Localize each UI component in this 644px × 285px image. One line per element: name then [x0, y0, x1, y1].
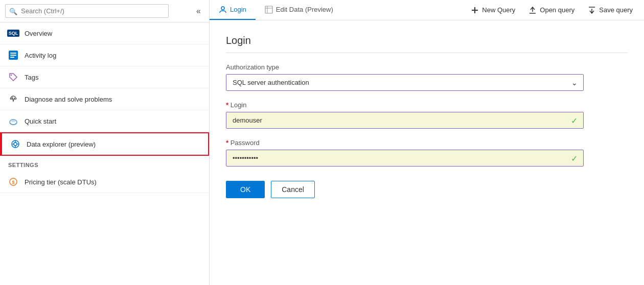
diagnose-icon	[8, 94, 18, 104]
open-query-button[interactable]: Open query	[522, 2, 581, 18]
overview-icon: SQL	[8, 28, 18, 38]
new-query-button[interactable]: New Query	[465, 2, 521, 18]
login-group: Login ✓	[226, 101, 628, 129]
save-query-label: Save query	[599, 6, 633, 14]
search-wrapper: 🔍	[5, 4, 189, 18]
password-label: Password	[226, 139, 628, 147]
cancel-button[interactable]: Cancel	[271, 181, 315, 198]
password-group: Password ✓	[226, 139, 628, 167]
sidebar-nav: SQL Overview Activity log	[0, 22, 209, 285]
login-input-wrapper: ✓	[226, 112, 584, 129]
settings-section-label: SETTINGS	[0, 156, 209, 171]
open-query-icon	[528, 6, 537, 14]
password-input-wrapper: ✓	[226, 150, 584, 167]
search-icon: 🔍	[9, 7, 17, 15]
svg-point-7	[14, 142, 17, 146]
sidebar-item-label: Tags	[25, 74, 38, 81]
svg-rect-15	[265, 6, 272, 13]
svg-text:$: $	[12, 180, 14, 185]
password-input[interactable]	[226, 150, 584, 167]
sidebar-item-label: Activity log	[25, 52, 56, 59]
save-query-icon	[588, 6, 596, 14]
tab-edit-data[interactable]: Edit Data (Preview)	[256, 1, 342, 20]
sidebar-item-quickstart[interactable]: Quick start	[0, 110, 209, 132]
sidebar-item-label: Quick start	[25, 117, 56, 125]
save-query-button[interactable]: Save query	[582, 2, 639, 18]
sidebar: 🔍 « SQL Overview Activity log	[0, 0, 210, 285]
tab-edit-data-label: Edit Data (Preview)	[276, 6, 333, 13]
sidebar-item-label: Diagnose and solve problems	[25, 96, 112, 103]
page-title: Login	[226, 35, 628, 53]
quickstart-icon	[8, 116, 18, 126]
search-input[interactable]	[5, 4, 169, 18]
login-input[interactable]	[226, 112, 584, 129]
tab-login[interactable]: Login	[210, 1, 256, 20]
pricing-icon: $	[8, 177, 18, 187]
sidebar-item-overview[interactable]: SQL Overview	[0, 22, 209, 44]
login-check-icon: ✓	[571, 115, 578, 125]
sidebar-item-activity-log[interactable]: Activity log	[0, 44, 209, 66]
search-bar: 🔍 «	[0, 0, 209, 22]
content-area: Login Authorization type SQL server auth…	[210, 20, 644, 285]
table-icon	[265, 6, 273, 14]
password-check-icon: ✓	[571, 153, 578, 163]
collapse-sidebar-button[interactable]: «	[193, 5, 204, 18]
tab-actions: New Query Open query Save query	[465, 2, 644, 18]
form-actions: OK Cancel	[226, 181, 628, 198]
sidebar-item-data-explorer[interactable]: Data explorer (preview)	[0, 132, 209, 156]
open-query-label: Open query	[540, 6, 574, 14]
svg-point-4	[11, 75, 12, 76]
tab-bar: Login Edit Data (Preview) New Query	[210, 0, 644, 20]
main-area: Login Edit Data (Preview) New Query	[210, 0, 644, 285]
data-explorer-icon	[10, 139, 20, 149]
new-query-label: New Query	[482, 6, 515, 14]
activity-log-icon	[8, 50, 18, 60]
tags-icon	[8, 72, 18, 82]
login-label: Login	[226, 101, 628, 109]
auth-type-group: Authorization type SQL server authentica…	[226, 63, 628, 91]
sidebar-item-label: Data explorer (preview)	[27, 140, 96, 148]
auth-type-select[interactable]: SQL server authentication Active Directo…	[226, 74, 584, 91]
sidebar-item-diagnose[interactable]: Diagnose and solve problems	[0, 88, 209, 110]
sidebar-item-label: Pricing tier (scale DTUs)	[25, 178, 97, 186]
sidebar-item-label: Overview	[25, 30, 52, 37]
svg-rect-1	[10, 53, 16, 54]
tab-login-label: Login	[230, 6, 246, 13]
auth-type-select-wrapper: SQL server authentication Active Directo…	[226, 74, 584, 91]
svg-rect-2	[10, 55, 16, 56]
ok-button[interactable]: OK	[226, 181, 265, 198]
svg-rect-3	[10, 57, 14, 58]
user-icon	[219, 6, 227, 14]
sidebar-item-tags[interactable]: Tags	[0, 66, 209, 88]
new-query-icon	[471, 6, 479, 14]
sidebar-item-pricing[interactable]: $ Pricing tier (scale DTUs)	[0, 171, 209, 193]
auth-type-label: Authorization type	[226, 63, 628, 71]
svg-point-14	[221, 7, 224, 10]
